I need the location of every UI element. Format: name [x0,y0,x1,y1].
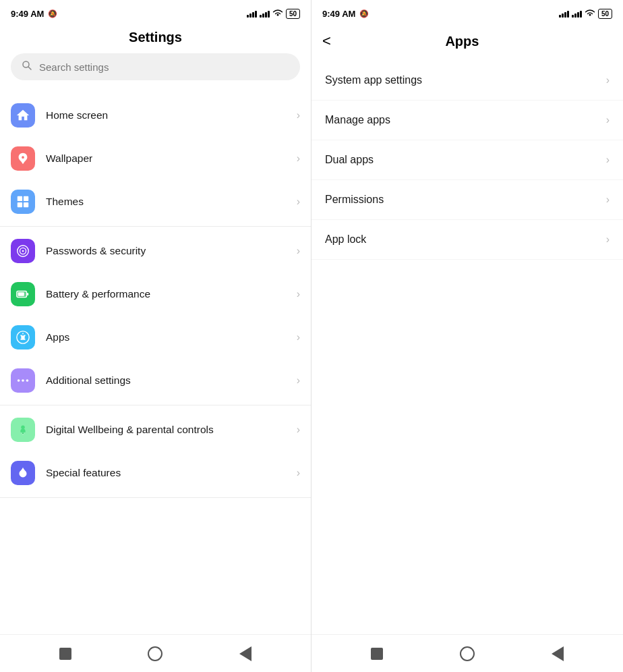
alarm-icon-left: 🔕 [48,9,57,18]
apps-title: Apps [339,34,612,49]
svg-point-15 [26,379,29,382]
svg-point-8 [22,250,24,252]
settings-item-battery-performance[interactable]: Battery & performance › [0,273,311,316]
nav-back-right[interactable] [547,644,568,664]
status-time-left: 9:49 AM [11,9,44,19]
back-icon-left [239,646,251,661]
manage-apps-label: Manage apps [325,114,390,126]
passwords-arrow: › [297,245,300,257]
battery-arrow: › [297,288,300,300]
svg-rect-4 [18,202,22,207]
system-app-settings-arrow: › [606,74,610,86]
apps-label: Apps [46,331,286,343]
settings-section-1: Home screen › Wallpaper › Themes › [0,91,311,227]
passwords-security-label: Passwords & security [46,245,286,257]
digital-wellbeing-label: Digital Wellbeing & parental controls [46,424,286,436]
nav-home-left[interactable] [145,644,165,664]
wallpaper-label: Wallpaper [46,152,286,165]
signal-bar-right-2 [572,9,582,18]
nav-home-right[interactable] [457,644,477,664]
apps-item-app-lock[interactable]: App lock › [312,220,623,260]
battery-right: 50 [598,9,612,19]
status-bar-right: 9:49 AM 🔕 50 [312,0,623,24]
signal-bar-right-1 [559,9,569,18]
wifi-icon-left [272,9,283,19]
battery-performance-label: Battery & performance [46,288,286,300]
settings-item-themes[interactable]: Themes › [0,180,311,223]
settings-section-3: Digital Wellbeing & parental controls › … [0,405,311,498]
svg-rect-3 [24,196,28,201]
apps-item-dual-apps[interactable]: Dual apps › [312,140,623,180]
home-screen-icon [11,103,35,128]
wallpaper-arrow: › [297,152,300,165]
home-icon-right [460,646,475,661]
wellbeing-icon [11,418,35,442]
right-panel: 9:49 AM 🔕 50 < Apps System app settings … [312,0,623,672]
wellbeing-arrow: › [297,424,300,436]
svg-point-12 [21,335,25,339]
additional-settings-icon [11,368,35,393]
settings-item-apps[interactable]: Apps › [0,316,311,359]
settings-list: Home screen › Wallpaper › Themes › [0,91,311,634]
themes-label: Themes [46,196,286,208]
settings-item-home-screen[interactable]: Home screen › [0,94,311,137]
recents-icon-right [371,648,383,660]
svg-rect-11 [18,292,24,296]
status-icons-left: 50 [247,9,300,19]
apps-list: System app settings › Manage apps › Dual… [312,61,623,634]
battery-icon [11,282,35,306]
dual-apps-label: Dual apps [325,154,374,166]
apps-header: < Apps [312,24,623,61]
search-input[interactable] [39,61,289,73]
signal-bar-1 [247,9,257,18]
recents-icon-left [59,648,71,660]
signal-bar-2 [260,9,270,18]
settings-title: Settings [0,24,311,53]
wallpaper-icon [11,146,35,171]
apps-icon [11,325,35,349]
home-screen-label: Home screen [46,109,286,121]
back-icon-right [552,646,564,661]
permissions-arrow: › [606,194,610,206]
settings-item-digital-wellbeing[interactable]: Digital Wellbeing & parental controls › [0,408,311,451]
nav-recents-left[interactable] [55,644,76,664]
manage-apps-arrow: › [606,114,610,126]
battery-left: 50 [286,9,300,19]
permissions-label: Permissions [325,194,384,206]
svg-rect-10 [27,293,29,296]
svg-point-13 [18,379,20,382]
apps-item-system-app-settings[interactable]: System app settings › [312,61,623,101]
back-button[interactable]: < [317,30,339,53]
settings-item-passwords-security[interactable]: Passwords & security › [0,229,311,273]
themes-icon [11,190,35,214]
apps-item-permissions[interactable]: Permissions › [312,180,623,220]
search-bar[interactable] [11,53,300,80]
wifi-icon-right [585,9,595,19]
special-features-icon [11,461,35,485]
bottom-nav-right [312,634,623,672]
system-app-settings-label: System app settings [325,74,422,86]
svg-rect-2 [18,196,22,201]
apps-arrow: › [297,331,300,343]
svg-line-1 [28,67,31,69]
apps-item-manage-apps[interactable]: Manage apps › [312,101,623,140]
status-bar-left: 9:49 AM 🔕 50 [0,0,311,24]
settings-section-2: Passwords & security › Battery & perform… [0,227,311,405]
svg-point-0 [23,61,29,67]
alarm-icon-right: 🔕 [359,9,369,18]
search-icon [22,60,32,74]
settings-item-wallpaper[interactable]: Wallpaper › [0,137,311,180]
status-time-right: 9:49 AM [322,9,355,19]
nav-recents-right[interactable] [367,644,387,664]
special-arrow: › [297,467,300,479]
home-icon-left [148,646,162,661]
app-lock-label: App lock [325,233,366,246]
bottom-nav-left [0,634,311,672]
settings-item-special-features[interactable]: Special features › [0,451,311,495]
settings-item-additional-settings[interactable]: Additional settings › [0,359,311,402]
status-icons-right: 50 [559,9,612,19]
themes-arrow: › [297,196,300,208]
svg-rect-5 [24,202,28,207]
left-panel: 9:49 AM 🔕 50 Settings [0,0,312,672]
nav-back-left[interactable] [235,644,256,664]
